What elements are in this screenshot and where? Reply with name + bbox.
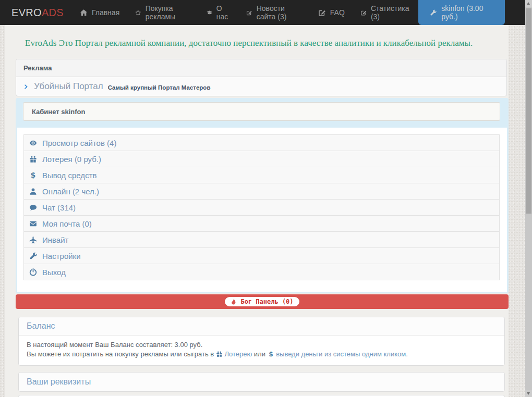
- logo-evro: EVRO: [11, 7, 42, 19]
- cabinet-menu-item-chat[interactable]: Чат (314): [23, 199, 500, 216]
- logo[interactable]: EVROADS: [11, 0, 64, 25]
- dollar-icon: [268, 351, 274, 357]
- cabinet-menu-item-online[interactable]: Онлайн (2 чел.): [23, 183, 500, 200]
- page-scrollbar[interactable]: [525, 0, 532, 397]
- cabinet-menu-item-settings[interactable]: Настройки: [23, 247, 500, 264]
- cabinet-panel: Кабинет skinfon Просмотр сайтов (4)Лотер…: [16, 98, 509, 293]
- page-wrapper: EvroAds Это Портал рекламной компании, д…: [5, 25, 509, 397]
- balance-line2: Вы можете их потратить на покупку реклам…: [27, 350, 497, 359]
- star-icon: [135, 9, 141, 17]
- cabinet-menu: Просмотр сайтов (4)Лотерея (0 руб.)Вывод…: [17, 128, 507, 292]
- scroll-up-arrow[interactable]: [525, 0, 532, 7]
- lottery-link[interactable]: Лотерею: [216, 350, 252, 358]
- god-panel-label: Бог Панель (0): [240, 298, 293, 305]
- fire-icon: [231, 299, 237, 305]
- nav-item-home[interactable]: Главная: [72, 0, 127, 25]
- ad-listing[interactable]: Убойный Портал Самый крупный Портал Маст…: [16, 77, 506, 96]
- chevron-right-icon: [23, 84, 29, 90]
- wrench-icon: [29, 252, 37, 260]
- balance-title: Баланс: [19, 317, 504, 336]
- dollar-icon: [29, 171, 37, 179]
- cabinet-menu-item-lottery[interactable]: Лотерея (0 руб.): [23, 151, 500, 167]
- edit-icon: [318, 9, 326, 17]
- page: { "navbar": { "logo_evro": "EVRO", "logo…: [0, 0, 532, 397]
- user-account-button[interactable]: skinfon (3.00 руб.): [418, 0, 505, 25]
- cabinet-menu-item-logout[interactable]: Выход: [23, 264, 500, 280]
- power-icon: [29, 268, 37, 276]
- plane-icon: [29, 236, 37, 244]
- eye-icon: [29, 139, 37, 147]
- balance-line1: В настоящий момент Ваш Баланс составляет…: [27, 340, 497, 350]
- cabinet-menu-item-mail[interactable]: Моя почта (0): [23, 215, 500, 232]
- navbar-menu: ГлавнаяПокупка рекламыО насНовости сайта…: [72, 0, 418, 25]
- cabinet-menu-item-view-sites[interactable]: Просмотр сайтов (4): [23, 134, 500, 151]
- ad-description: Самый крупный Портал Мастеров: [108, 82, 211, 91]
- ad-name-link[interactable]: Убойный Портал: [34, 81, 103, 92]
- requisites-body: [18, 395, 505, 397]
- nav-item-news[interactable]: Новости сайта (3): [238, 0, 310, 25]
- god-panel-button[interactable]: Бог Панель (0): [225, 297, 299, 306]
- home-icon: [80, 9, 88, 17]
- nav-item-faq[interactable]: FAQ: [310, 0, 353, 25]
- gift-icon: [29, 155, 37, 163]
- nav-item-buy-ads[interactable]: Покупка рекламы: [127, 0, 198, 25]
- god-panel-bar[interactable]: Бог Панель (0): [16, 294, 509, 309]
- user-icon: [29, 188, 37, 195]
- balance-panel: Баланс В настоящий момент Ваш Баланс сос…: [18, 317, 505, 366]
- user-account-label: skinfon (3.00 руб.): [441, 4, 493, 21]
- nav-item-about[interactable]: О нас: [199, 0, 239, 25]
- envelope-icon: [29, 220, 37, 228]
- scrollbar-thumb[interactable]: [526, 8, 531, 214]
- edit-icon: [360, 9, 367, 17]
- cabinet-menu-item-invite[interactable]: Инвайт: [23, 231, 500, 248]
- scroll-down-arrow[interactable]: [525, 390, 532, 397]
- logo-ads: ADS: [42, 7, 64, 19]
- cabinet-title: Кабинет skinfon: [23, 102, 500, 121]
- withdraw-link[interactable]: выведи деньги из системы одним кликом.: [268, 350, 408, 358]
- ads-panel-title: Реклама: [16, 59, 506, 77]
- ads-panel: Реклама Убойный Портал Самый крупный Пор…: [16, 59, 507, 96]
- graduation-cap-icon: [207, 9, 212, 17]
- wrench-icon: [430, 9, 437, 17]
- nav-item-stats[interactable]: Статистика (3): [353, 0, 419, 25]
- cabinet-menu-item-withdraw[interactable]: Вывод средств: [23, 167, 500, 183]
- comment-icon: [29, 204, 37, 212]
- edit-icon: [246, 9, 252, 17]
- site-slogan: EvroAds Это Портал рекламной компании, д…: [5, 25, 509, 48]
- gift-icon: [216, 351, 223, 357]
- balance-body: В настоящий момент Ваш Баланс составляет…: [19, 336, 504, 365]
- requisites-title: Ваши реквизиты: [18, 372, 505, 392]
- navbar: EVROADS ГлавнаяПокупка рекламыО насНовос…: [0, 0, 525, 25]
